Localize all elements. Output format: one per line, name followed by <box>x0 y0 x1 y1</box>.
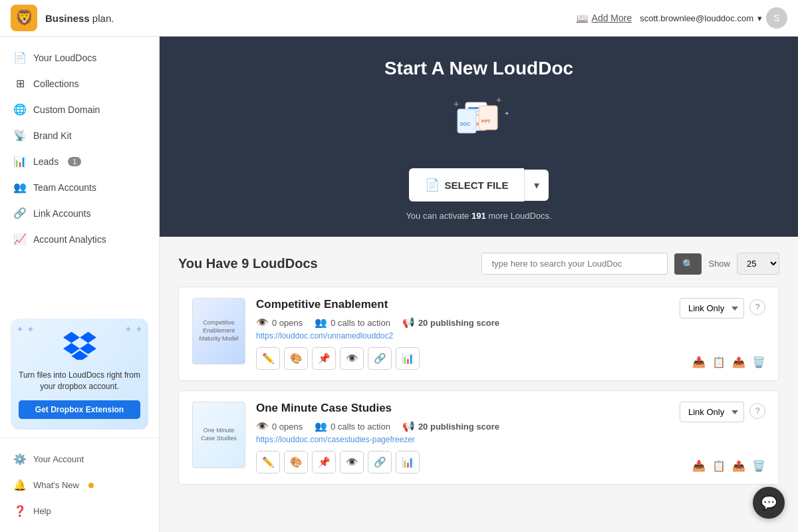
sidebar-item-leads[interactable]: 📊 Leads 1 <box>0 148 159 174</box>
doc-action-share-button[interactable]: 🔗 <box>368 451 392 473</box>
megaphone-icon: 📢 <box>402 420 415 432</box>
doc-action-view-button[interactable]: 👁️ <box>340 347 364 370</box>
your-louddocs-icon: 📄 <box>13 51 27 64</box>
search-row: 🔍 Show 25 10 50 100 <box>481 253 779 275</box>
megaphone-icon: 📢 <box>402 317 415 329</box>
doc-help-button[interactable]: ? <box>749 299 765 315</box>
doc-title: One Minute Case Studies <box>256 402 669 415</box>
content-header: You Have 9 LoudDocs 🔍 Show 25 10 50 100 <box>178 253 779 275</box>
hero-section: Start A New LoudDoc PDF DOC PPT + <box>160 37 798 237</box>
sidebar-label-account-analytics: Account Analytics <box>33 234 106 245</box>
doc-right-icons: 📥 📋 📤 🗑️ <box>692 460 765 472</box>
sidebar-label-leads: Leads <box>33 156 59 167</box>
doc-delete-icon[interactable]: 🗑️ <box>752 356 765 368</box>
sidebar-item-your-louddocs[interactable]: 📄 Your LoudDocs <box>0 45 159 70</box>
doc-action-view-button[interactable]: 👁️ <box>340 451 364 473</box>
show-label: Show <box>708 259 730 269</box>
doc-action-analytics-button[interactable]: 📊 <box>396 451 420 473</box>
hero-info: You can activate 191 more LoudDocs. <box>173 211 785 221</box>
doc-action-design-button[interactable]: 🎨 <box>284 451 308 473</box>
doc-download-icon[interactable]: 📥 <box>692 356 706 368</box>
doc-publishing-score: 📢20 publishing score <box>402 317 499 329</box>
sidebar-item-custom-domain[interactable]: 🌐 Custom Domain <box>0 96 159 122</box>
hero-title: Start A New LoudDoc <box>173 58 785 79</box>
sidebar-item-collections[interactable]: ⊞ Collections <box>0 70 159 96</box>
add-more-button[interactable]: 📖 Add More <box>577 13 632 23</box>
new-dot <box>88 483 94 488</box>
svg-text:✦: ✦ <box>504 110 509 117</box>
svg-rect-7 <box>479 106 497 130</box>
sidebar-label-brand-kit: Brand Kit <box>33 130 72 141</box>
svg-rect-5 <box>458 109 476 133</box>
link-accounts-icon: 🔗 <box>13 207 27 219</box>
doc-action-pin-button[interactable]: 📌 <box>312 451 336 473</box>
your-account-icon: ⚙️ <box>13 453 27 466</box>
doc-link[interactable]: https://louddoc.com/unnamedlouddoc2 <box>256 331 669 340</box>
doc-link[interactable]: https://louddoc.com/casestudies-pagefree… <box>256 435 669 444</box>
brand-kit-icon: 📡 <box>13 129 27 142</box>
doc-card: Competitive Enablement Maturity Model Co… <box>178 287 779 381</box>
people-icon: 👥 <box>315 420 327 432</box>
promo-decoration-right: ✦ ✦ <box>124 324 143 334</box>
doc-duplicate-icon[interactable]: 📋 <box>712 460 726 472</box>
chat-bubble[interactable]: 💬 <box>753 487 785 519</box>
sidebar-label-custom-domain: Custom Domain <box>33 104 100 115</box>
doc-status-select[interactable]: Link Only Public Private <box>680 402 744 422</box>
doc-action-edit-button[interactable]: ✏️ <box>256 451 280 473</box>
sidebar-item-help[interactable]: ❓ Help <box>0 498 159 524</box>
doc-download-icon[interactable]: 📥 <box>692 460 706 472</box>
hero-upload-row: 📄 SELECT FILE ▾ <box>173 168 785 201</box>
doc-actions: ✏️ 🎨 📌 👁️ 🔗 📊 <box>256 451 669 473</box>
promo-decoration-left: ✦ ✦ <box>16 324 35 334</box>
sidebar-bottom: ⚙️ Your Account 🔔 What's New ❓ Help <box>0 438 159 532</box>
sidebar-item-account-analytics[interactable]: 📈 Account Analytics <box>0 226 159 252</box>
doc-stats: 👁️0 opens 👥0 calls to action 📢20 publish… <box>256 420 669 432</box>
doc-export-icon[interactable]: 📤 <box>732 460 745 472</box>
doc-action-share-button[interactable]: 🔗 <box>368 347 392 370</box>
doc-info: One Minute Case Studies 👁️0 opens 👥0 cal… <box>256 402 669 473</box>
doc-export-icon[interactable]: 📤 <box>732 356 745 368</box>
file-icon: 📄 <box>425 178 440 192</box>
show-select[interactable]: 25 10 50 100 <box>737 253 779 275</box>
search-input[interactable] <box>481 253 668 275</box>
sidebar-label-collections: Collections <box>33 78 78 89</box>
svg-text:DOC: DOC <box>460 122 471 126</box>
doc-opens: 👁️0 opens <box>256 420 303 432</box>
team-accounts-icon: 👥 <box>13 181 27 194</box>
user-menu[interactable]: scott.brownlee@louddoc.com ▾ S <box>640 7 787 29</box>
select-file-dropdown-button[interactable]: ▾ <box>524 170 549 201</box>
people-icon: 👥 <box>315 317 327 329</box>
doc-action-edit-button[interactable]: ✏️ <box>256 347 280 370</box>
search-button[interactable]: 🔍 <box>674 253 702 275</box>
logo-icon: 🦁 <box>15 9 33 27</box>
doc-calls-to-action: 👥0 calls to action <box>315 420 390 432</box>
doc-publishing-score: 📢20 publishing score <box>402 420 499 432</box>
doc-calls-to-action: 👥0 calls to action <box>315 317 390 329</box>
doc-status-select[interactable]: Link Only Public Private <box>680 298 744 319</box>
get-dropbox-extension-button[interactable]: Get Dropbox Extension <box>19 400 140 419</box>
svg-text:+: + <box>496 94 501 105</box>
sidebar-item-your-account[interactable]: ⚙️ Your Account <box>0 446 159 472</box>
doc-title: Competitive Enablement <box>256 298 669 311</box>
sidebar-item-team-accounts[interactable]: 👥 Team Accounts <box>0 174 159 200</box>
logo: 🦁 <box>11 5 37 31</box>
svg-text:PPT: PPT <box>481 119 491 124</box>
doc-thumbnail: One Minute Case Studies <box>192 402 245 468</box>
doc-action-design-button[interactable]: 🎨 <box>284 347 308 370</box>
doc-delete-icon[interactable]: 🗑️ <box>752 460 765 472</box>
doc-action-analytics-button[interactable]: 📊 <box>396 347 420 370</box>
doc-duplicate-icon[interactable]: 📋 <box>712 356 726 368</box>
sidebar-item-brand-kit[interactable]: 📡 Brand Kit <box>0 122 159 148</box>
doc-list: Competitive Enablement Maturity Model Co… <box>178 287 779 494</box>
custom-domain-icon: 🌐 <box>13 103 27 116</box>
doc-opens: 👁️0 opens <box>256 317 303 329</box>
sidebar-item-link-accounts[interactable]: 🔗 Link Accounts <box>0 200 159 226</box>
sidebar-item-whats-new[interactable]: 🔔 What's New <box>0 472 159 498</box>
doc-thumbnail: Competitive Enablement Maturity Model <box>192 298 245 364</box>
select-file-button[interactable]: 📄 SELECT FILE <box>409 168 525 201</box>
doc-help-button[interactable]: ? <box>749 403 765 419</box>
doc-action-pin-button[interactable]: 📌 <box>312 347 336 370</box>
whats-new-icon: 🔔 <box>13 479 27 491</box>
doc-right: Link Only Public Private ? <box>680 402 765 422</box>
dropbox-logo-icon <box>19 332 140 366</box>
